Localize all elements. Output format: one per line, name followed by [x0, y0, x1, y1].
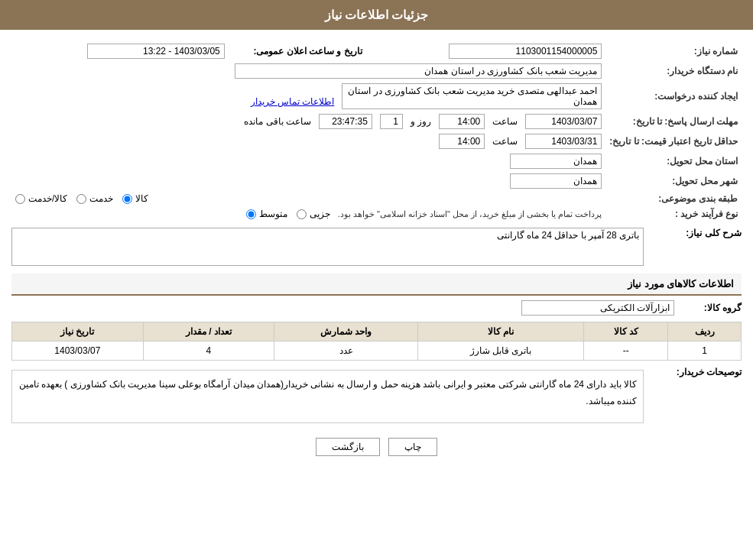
cell-kod-kala: -- [584, 342, 668, 361]
main-info-table: شماره نیاز: 1103001154000005 تاریخ و ساع… [11, 41, 742, 222]
nam-dastgah-value: مدیریت شعب بانک کشاورزی در استان همدان [11, 61, 605, 81]
tarikh-aelan-input: 1403/03/05 - 13:22 [87, 44, 225, 59]
col-radif: ردیف [668, 322, 742, 342]
groupe-kala-label: گروه کالا: [680, 303, 742, 313]
page-wrapper: جزئیات اطلاعات نیاز شماره نیاز: 11030011… [0, 0, 753, 560]
button-row: چاپ بازگشت [11, 438, 742, 456]
table-row: 1 -- باتری قابل شارژ عدد 4 1403/03/07 [12, 342, 742, 361]
noe-farayand-label: نوع فرآیند خرید : [605, 206, 742, 222]
haadaqal-saat-input: 14:00 [439, 134, 485, 149]
nam-dastgah-label: نام دستگاه خریدار: [605, 61, 742, 81]
ijad-konande-value: احمد عبدالهی متصدی خرید مدیریت شعب بانک … [11, 81, 605, 112]
goods-table-header-row: ردیف کد کالا نام کالا واحد شمارش تعداد /… [12, 322, 742, 342]
radio-khedmat-label: خدمت [89, 193, 113, 204]
haadaqal-date-input: 1403/03/31 [525, 134, 602, 149]
col-nam-kala: نام کالا [417, 322, 583, 342]
cell-nam-kala: باتری قابل شارژ [417, 342, 583, 361]
mohlat-date-input: 1403/03/07 [525, 114, 602, 129]
radio-jozi-input[interactable] [297, 209, 307, 219]
sharh-koli-value: باتری 28 آمپر با حداقل 24 ماه گارانتی [497, 230, 639, 241]
content-area: شماره نیاز: 1103001154000005 تاریخ و ساع… [0, 30, 753, 475]
col-kod-kala: کد کالا [584, 322, 668, 342]
mohlat-roz-input: 1 [380, 114, 403, 129]
farayand-jozi[interactable]: جزیی [297, 209, 330, 219]
description-label: توصیحات خریدار: [650, 367, 742, 377]
mohlat-ersal-label: مهلت ارسال پاسخ: تا تاریخ: [605, 112, 742, 131]
groupe-kala-value: ابزارآلات الکتریکی [521, 300, 674, 316]
description-box: کالا باید دارای 24 ماه گارانتی شرکتی معت… [11, 370, 644, 423]
mohlat-ersal-row: 1403/03/07 ساعت 14:00 روز و 1 23:47:35 س… [11, 112, 605, 131]
cell-tarikh: 1403/03/07 [12, 342, 144, 361]
radio-kalakhedmat-input[interactable] [15, 194, 25, 204]
mohlat-baghi-input: 23:47:35 [319, 114, 372, 129]
ettlaat-tamas-link[interactable]: اطلاعات تماس خریدار [251, 96, 335, 107]
ostan-value: همدان [11, 151, 605, 171]
mohlat-saat-label: ساعت [492, 116, 518, 127]
groupe-kala-row: گروه کالا: ابزارآلات الکتریکی [11, 300, 742, 316]
description-value: کالا باید دارای 24 ماه گارانتی شرکتی معت… [19, 379, 637, 406]
tabaghebandi-khedmat[interactable]: خدمت [76, 193, 113, 204]
shahr-value: همدان [11, 171, 605, 191]
tabaghebandi-label: طبقه بندی موضوعی: [605, 191, 742, 206]
nam-dastgah-input: مدیریت شعب بانک کشاورزی در استان همدان [235, 63, 602, 79]
tarikh-aelan-value: 1403/03/05 - 13:22 [11, 41, 229, 61]
tabaghebandi-kala-khedmat[interactable]: کالا/خدمت [15, 193, 67, 204]
ijad-konande-input: احمد عبدالهی متصدی خرید مدیریت شعب بانک … [342, 83, 602, 109]
shahr-label: شهر محل تحویل: [605, 171, 742, 191]
radio-jozi-label: جزیی [310, 209, 330, 219]
cell-vahed: عدد [274, 342, 418, 361]
radio-kalakhedmat-label: کالا/خدمت [28, 193, 67, 204]
cell-radif: 1 [668, 342, 742, 361]
haadaqal-saat-label: ساعت [492, 136, 518, 147]
noe-farayand-row: جزیی متوسط پرداخت تمام یا بخشی از مبلغ خ… [11, 206, 605, 222]
shomare-niaz-label: شماره نیاز: [605, 41, 742, 61]
bazgasht-button[interactable]: بازگشت [316, 438, 380, 456]
ostan-input: همدان [510, 154, 602, 169]
goods-table: ردیف کد کالا نام کالا واحد شمارش تعداد /… [11, 322, 742, 361]
radio-motavaset-label: متوسط [259, 209, 287, 219]
haadaqal-tarikh-row: 1403/03/31 ساعت 14:00 [11, 131, 605, 151]
shomare-niaz-value: 1103001154000005 [366, 41, 606, 61]
col-vahed: واحد شمارش [274, 322, 418, 342]
col-tedad: تعداد / مقدار [143, 322, 274, 342]
ostan-label: استان محل تحویل: [605, 151, 742, 171]
noe-farayand-desc: پرداخت تمام یا بخشی از مبلغ خرید، از محل… [338, 209, 602, 219]
col-tarikh: تاریخ نیاز [12, 322, 144, 342]
mohlat-saat-input: 14:00 [439, 114, 485, 129]
tabaghebandi-options: کالا خدمت کالا/خدمت [11, 191, 605, 206]
sharh-koli-label: شرح کلی نیاز: [650, 228, 742, 238]
shahr-input: همدان [510, 173, 602, 189]
mohlat-roz-label: روز و [411, 116, 431, 127]
sharh-koli-section: شرح کلی نیاز: باتری 28 آمپر با حداقل 24 … [11, 228, 742, 266]
radio-khedmat-input[interactable] [76, 194, 86, 204]
ettlaat-kala-section-title: اطلاعات کالاهای مورد نیاز [11, 274, 742, 296]
farayand-motavaset[interactable]: متوسط [246, 209, 287, 219]
chap-button[interactable]: چاپ [388, 438, 437, 456]
sharh-koli-input: باتری 28 آمپر با حداقل 24 ماه گارانتی [11, 228, 644, 266]
radio-kala-label: کالا [135, 193, 148, 204]
description-section: توصیحات خریدار: کالا باید دارای 24 ماه گ… [11, 367, 742, 426]
haadaqal-tarikh-label: حداقل تاریخ اعتبار قیمت: تا تاریخ: [605, 131, 742, 151]
page-title: جزئیات اطلاعات نیاز [325, 8, 429, 21]
page-header: جزئیات اطلاعات نیاز [0, 0, 753, 30]
mohlat-baghi-label: ساعت باقی مانده [244, 116, 311, 127]
ijad-konande-label: ایجاد کننده درخواست: [605, 81, 742, 112]
radio-motavaset-input[interactable] [246, 209, 256, 219]
radio-kala-input[interactable] [122, 194, 132, 204]
cell-tedad: 4 [143, 342, 274, 361]
shomare-niaz-input: 1103001154000005 [449, 44, 602, 59]
tabaghebandi-kala[interactable]: کالا [122, 193, 148, 204]
tarikh-aelan-label: تاریخ و ساعت اعلان عمومی: [229, 41, 366, 61]
